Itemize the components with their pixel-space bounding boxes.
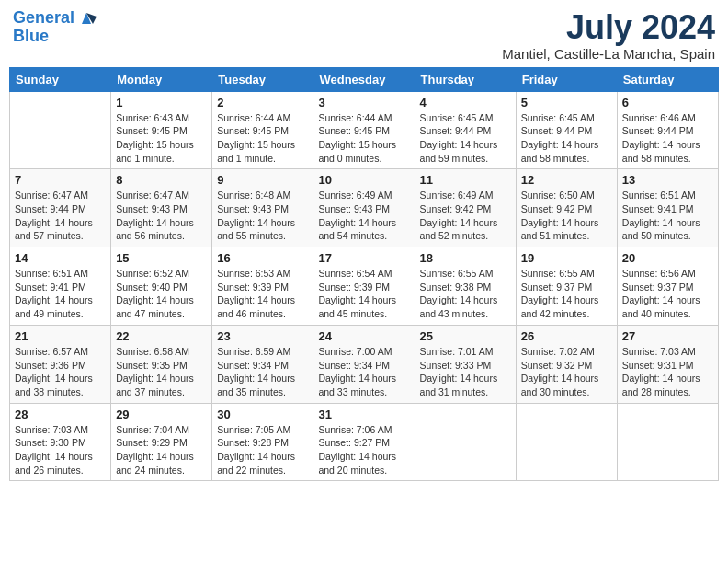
- day-number: 6: [622, 96, 713, 109]
- calendar-cell: 18Sunrise: 6:55 AM Sunset: 9:38 PM Dayli…: [415, 247, 516, 326]
- calendar-cell: 1Sunrise: 6:43 AM Sunset: 9:45 PM Daylig…: [111, 91, 212, 169]
- day-number: 15: [116, 251, 207, 265]
- calendar-week-3: 14Sunrise: 6:51 AM Sunset: 9:41 PM Dayli…: [10, 247, 719, 326]
- cell-content: Sunrise: 6:45 AM Sunset: 9:44 PM Dayligh…: [420, 111, 511, 166]
- cell-content: Sunrise: 6:55 AM Sunset: 9:37 PM Dayligh…: [521, 267, 612, 321]
- day-number: 19: [521, 251, 612, 265]
- page-header: General Blue July 2024 Mantiel, Castille…: [9, 9, 719, 62]
- day-number: 29: [116, 408, 207, 421]
- cell-content: Sunrise: 7:06 AM Sunset: 9:27 PM Dayligh…: [318, 423, 409, 477]
- day-header-monday: Monday: [111, 67, 212, 91]
- calendar-cell: 14Sunrise: 6:51 AM Sunset: 9:41 PM Dayli…: [10, 247, 111, 326]
- calendar-cell: 7Sunrise: 6:47 AM Sunset: 9:44 PM Daylig…: [10, 169, 111, 247]
- calendar-cell: 2Sunrise: 6:44 AM Sunset: 9:45 PM Daylig…: [212, 91, 313, 169]
- cell-content: Sunrise: 6:44 AM Sunset: 9:45 PM Dayligh…: [318, 111, 409, 166]
- calendar-cell: 28Sunrise: 7:03 AM Sunset: 9:30 PM Dayli…: [10, 403, 111, 481]
- day-number: 9: [217, 173, 308, 187]
- cell-content: Sunrise: 7:05 AM Sunset: 9:28 PM Dayligh…: [217, 423, 308, 477]
- calendar-header-row: SundayMondayTuesdayWednesdayThursdayFrid…: [10, 67, 719, 91]
- day-number: 2: [217, 96, 308, 109]
- day-number: 27: [622, 329, 713, 343]
- day-number: 24: [318, 329, 409, 343]
- calendar-cell: 29Sunrise: 7:04 AM Sunset: 9:29 PM Dayli…: [111, 403, 212, 481]
- cell-content: Sunrise: 6:46 AM Sunset: 9:44 PM Dayligh…: [622, 111, 713, 166]
- cell-content: Sunrise: 6:55 AM Sunset: 9:38 PM Dayligh…: [420, 267, 511, 321]
- day-number: 28: [15, 408, 106, 421]
- calendar-cell: [617, 403, 718, 481]
- day-number: 21: [15, 329, 106, 343]
- calendar-cell: 23Sunrise: 6:59 AM Sunset: 9:34 PM Dayli…: [212, 325, 313, 403]
- calendar-week-5: 28Sunrise: 7:03 AM Sunset: 9:30 PM Dayli…: [10, 403, 719, 481]
- calendar-cell: 11Sunrise: 6:49 AM Sunset: 9:42 PM Dayli…: [415, 169, 516, 247]
- logo-text: General: [13, 9, 74, 28]
- day-number: 31: [318, 408, 409, 421]
- calendar-week-4: 21Sunrise: 6:57 AM Sunset: 9:36 PM Dayli…: [10, 325, 719, 403]
- day-number: 12: [521, 173, 612, 187]
- day-number: 10: [318, 173, 409, 187]
- cell-content: Sunrise: 6:43 AM Sunset: 9:45 PM Dayligh…: [116, 111, 207, 166]
- day-number: 8: [116, 173, 207, 187]
- calendar-week-2: 7Sunrise: 6:47 AM Sunset: 9:44 PM Daylig…: [10, 169, 719, 247]
- cell-content: Sunrise: 6:48 AM Sunset: 9:43 PM Dayligh…: [217, 189, 308, 243]
- calendar-cell: 4Sunrise: 6:45 AM Sunset: 9:44 PM Daylig…: [415, 91, 516, 169]
- calendar-cell: 12Sunrise: 6:50 AM Sunset: 9:42 PM Dayli…: [516, 169, 617, 247]
- calendar-cell: 25Sunrise: 7:01 AM Sunset: 9:33 PM Dayli…: [415, 325, 516, 403]
- logo: General Blue: [13, 9, 97, 46]
- cell-content: Sunrise: 6:49 AM Sunset: 9:42 PM Dayligh…: [420, 189, 511, 243]
- calendar-cell: [415, 403, 516, 481]
- cell-content: Sunrise: 6:58 AM Sunset: 9:35 PM Dayligh…: [116, 345, 207, 399]
- calendar-cell: [516, 403, 617, 481]
- day-number: 22: [116, 329, 207, 343]
- day-number: 4: [420, 96, 511, 109]
- cell-content: Sunrise: 7:04 AM Sunset: 9:29 PM Dayligh…: [116, 423, 207, 477]
- location: Mantiel, Castille-La Mancha, Spain: [502, 46, 715, 62]
- day-number: 20: [622, 251, 713, 265]
- day-number: 1: [116, 96, 207, 109]
- calendar-cell: 27Sunrise: 7:03 AM Sunset: 9:31 PM Dayli…: [617, 325, 718, 403]
- calendar-cell: 3Sunrise: 6:44 AM Sunset: 9:45 PM Daylig…: [313, 91, 415, 169]
- calendar-cell: 31Sunrise: 7:06 AM Sunset: 9:27 PM Dayli…: [313, 403, 415, 481]
- cell-content: Sunrise: 6:49 AM Sunset: 9:43 PM Dayligh…: [318, 189, 409, 243]
- calendar-cell: 16Sunrise: 6:53 AM Sunset: 9:39 PM Dayli…: [212, 247, 313, 326]
- cell-content: Sunrise: 6:44 AM Sunset: 9:45 PM Dayligh…: [217, 111, 308, 166]
- calendar-cell: 5Sunrise: 6:45 AM Sunset: 9:44 PM Daylig…: [516, 91, 617, 169]
- logo-icon: [76, 7, 97, 28]
- cell-content: Sunrise: 6:51 AM Sunset: 9:41 PM Dayligh…: [15, 267, 106, 321]
- cell-content: Sunrise: 6:54 AM Sunset: 9:39 PM Dayligh…: [318, 267, 409, 321]
- cell-content: Sunrise: 7:02 AM Sunset: 9:32 PM Dayligh…: [521, 345, 612, 399]
- day-number: 11: [420, 173, 511, 187]
- day-number: 7: [15, 173, 106, 187]
- calendar-cell: 9Sunrise: 6:48 AM Sunset: 9:43 PM Daylig…: [212, 169, 313, 247]
- cell-content: Sunrise: 6:57 AM Sunset: 9:36 PM Dayligh…: [15, 345, 106, 399]
- calendar-body: 1Sunrise: 6:43 AM Sunset: 9:45 PM Daylig…: [10, 91, 719, 481]
- cell-content: Sunrise: 6:51 AM Sunset: 9:41 PM Dayligh…: [622, 189, 713, 243]
- calendar-cell: 26Sunrise: 7:02 AM Sunset: 9:32 PM Dayli…: [516, 325, 617, 403]
- cell-content: Sunrise: 7:03 AM Sunset: 9:30 PM Dayligh…: [15, 423, 106, 477]
- cell-content: Sunrise: 6:47 AM Sunset: 9:43 PM Dayligh…: [116, 189, 207, 243]
- cell-content: Sunrise: 6:45 AM Sunset: 9:44 PM Dayligh…: [521, 111, 612, 166]
- day-header-wednesday: Wednesday: [313, 67, 415, 91]
- cell-content: Sunrise: 7:00 AM Sunset: 9:34 PM Dayligh…: [318, 345, 409, 399]
- calendar-cell: 6Sunrise: 6:46 AM Sunset: 9:44 PM Daylig…: [617, 91, 718, 169]
- cell-content: Sunrise: 6:47 AM Sunset: 9:44 PM Dayligh…: [15, 189, 106, 243]
- day-number: 26: [521, 329, 612, 343]
- cell-content: Sunrise: 6:56 AM Sunset: 9:37 PM Dayligh…: [622, 267, 713, 321]
- calendar-cell: 30Sunrise: 7:05 AM Sunset: 9:28 PM Dayli…: [212, 403, 313, 481]
- day-number: 3: [318, 96, 409, 109]
- calendar-cell: 10Sunrise: 6:49 AM Sunset: 9:43 PM Dayli…: [313, 169, 415, 247]
- calendar-cell: 21Sunrise: 6:57 AM Sunset: 9:36 PM Dayli…: [10, 325, 111, 403]
- cell-content: Sunrise: 6:59 AM Sunset: 9:34 PM Dayligh…: [217, 345, 308, 399]
- day-number: 13: [622, 173, 713, 187]
- day-number: 17: [318, 251, 409, 265]
- calendar-cell: 17Sunrise: 6:54 AM Sunset: 9:39 PM Dayli…: [313, 247, 415, 326]
- day-header-sunday: Sunday: [10, 67, 111, 91]
- calendar-cell: 15Sunrise: 6:52 AM Sunset: 9:40 PM Dayli…: [111, 247, 212, 326]
- day-header-friday: Friday: [516, 67, 617, 91]
- logo-blue: Blue: [13, 28, 49, 46]
- day-number: 23: [217, 329, 308, 343]
- day-number: 30: [217, 408, 308, 421]
- cell-content: Sunrise: 6:52 AM Sunset: 9:40 PM Dayligh…: [116, 267, 207, 321]
- cell-content: Sunrise: 6:53 AM Sunset: 9:39 PM Dayligh…: [217, 267, 308, 321]
- day-number: 14: [15, 251, 106, 265]
- day-number: 18: [420, 251, 511, 265]
